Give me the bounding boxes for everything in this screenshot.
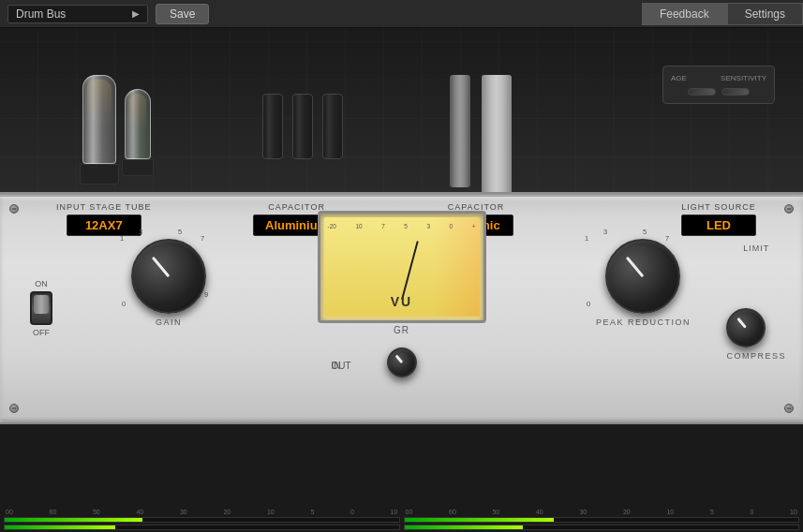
- rm-10: 10: [666, 509, 674, 515]
- pr-scale-3: 5: [643, 228, 647, 236]
- gain-scale-3: 5: [178, 228, 182, 236]
- lm-30: 30: [180, 509, 187, 515]
- vu-red-zone: [433, 217, 480, 317]
- lm-0: 0: [350, 509, 354, 515]
- peak-reduction-section: 1 3 5 7 9 10 0 PEAK REDUCTION: [596, 239, 691, 327]
- vu-scale-3: 3: [426, 223, 430, 229]
- vu-needle: [401, 241, 419, 300]
- amp-body: AGE SENSITIVITY INPUT STAGE TUBE 12AX7 C…: [0, 28, 803, 532]
- cap-tall-1: [450, 75, 470, 187]
- gr-knob[interactable]: [387, 347, 417, 377]
- power-switch-section: ON OFF: [30, 279, 52, 337]
- right-meter-track-2: [404, 525, 800, 530]
- lm-20: 20: [223, 509, 230, 515]
- out-label: OUT: [332, 361, 351, 371]
- tube-base-1: [80, 164, 119, 185]
- light-source-display[interactable]: LED: [681, 214, 756, 236]
- vu-label: VU: [391, 294, 412, 309]
- vu-meter-face: -20 10 7 5 3 0 + VU: [324, 217, 480, 317]
- pr-scale-2: 3: [603, 228, 607, 236]
- power-switch[interactable]: [30, 291, 52, 325]
- input-stage-tube-display[interactable]: 12AX7: [67, 214, 141, 236]
- gain-scale-5: 9: [204, 290, 208, 299]
- vu-scale-10: 10: [355, 223, 362, 229]
- left-meter-fill-2: [5, 525, 115, 529]
- preset-arrow-icon: ▶: [132, 8, 140, 19]
- lm-10b: 10: [391, 509, 398, 515]
- sensitivity-label: SENSITIVITY: [721, 74, 766, 82]
- vu-scale-7: 7: [381, 223, 385, 229]
- lm-50: 50: [93, 509, 100, 515]
- screw-tr: [784, 204, 794, 214]
- left-meter-fill-1: [5, 518, 142, 522]
- top-bar: Drum Bus ▶ Save Feedback Settings: [0, 0, 803, 28]
- age-label: AGE: [671, 74, 687, 82]
- screw-br: [784, 404, 794, 413]
- screw-bl: [9, 404, 19, 413]
- gain-scale-4: 7: [201, 234, 204, 243]
- compress-knob-wrapper: COMPRESS: [726, 308, 786, 361]
- save-button[interactable]: Save: [156, 4, 209, 24]
- gain-section: 1 3 5 7 9 10 0 GAIN: [131, 239, 206, 327]
- gain-scale-1: 1: [120, 234, 124, 243]
- rm-10b: 10: [790, 509, 797, 515]
- left-meter-labels: 00 60 50 40 30 20 10 5 0 10: [4, 509, 400, 515]
- gain-scale-2: 3: [139, 228, 142, 236]
- limit-label: LIMIT: [743, 244, 769, 253]
- right-meter-track-1: [404, 517, 800, 523]
- rm-5: 5: [710, 509, 714, 515]
- lm-00: 00: [6, 509, 13, 515]
- pr-scale-7: 0: [587, 300, 590, 308]
- cap-group-2: [450, 75, 512, 195]
- right-meter-fill-1: [405, 518, 555, 522]
- silver-panel: INPUT STAGE TUBE 12AX7 CAPACITOR Alumini…: [0, 195, 803, 424]
- rm-0: 0: [750, 509, 753, 515]
- age-slider[interactable]: [688, 88, 716, 96]
- peak-reduction-label: PEAK REDUCTION: [596, 318, 691, 327]
- amp-top-visual: AGE SENSITIVITY: [0, 28, 803, 195]
- settings-button[interactable]: Settings: [727, 3, 803, 25]
- left-meter-bank: 00 60 50 40 30 20 10 5 0 10: [4, 509, 400, 530]
- off-label: OFF: [33, 328, 50, 337]
- vu-scale-5: 5: [404, 223, 408, 229]
- rm-40: 40: [536, 509, 543, 515]
- lm-40: 40: [136, 509, 143, 515]
- level-meters-container: 00 60 50 40 30 20 10 5 0 10: [0, 509, 803, 530]
- input-stage-tube-section: INPUT STAGE TUBE 12AX7: [56, 202, 152, 236]
- gr-knob-container: [387, 347, 417, 377]
- gain-knob[interactable]: [131, 239, 206, 314]
- vu-scale-20: -20: [328, 223, 336, 229]
- peak-reduction-knob[interactable]: [605, 239, 680, 314]
- tube-base-2: [122, 159, 154, 176]
- preset-selector[interactable]: Drum Bus ▶: [7, 5, 148, 23]
- light-source-section: LIGHT SOURCE LED: [681, 202, 756, 236]
- tube-2: [122, 89, 154, 176]
- screw-tl: [9, 204, 19, 214]
- age-sensitivity-box: AGE SENSITIVITY: [662, 66, 775, 104]
- gr-label-container: GR: [318, 325, 486, 335]
- lm-5: 5: [310, 509, 314, 515]
- rm-60: 60: [449, 509, 456, 515]
- cap-cylinder-3: [322, 94, 343, 159]
- cap-cylinder-2: [292, 94, 313, 159]
- rm-00: 00: [406, 509, 413, 515]
- vu-meter: -20 10 7 5 3 0 + VU: [318, 211, 486, 323]
- cap-group-1: [262, 94, 343, 159]
- compress-label: COMPRESS: [726, 351, 786, 361]
- gain-scale-7: 0: [122, 300, 126, 308]
- compress-knob[interactable]: [726, 308, 766, 347]
- pr-scale-1: 1: [585, 234, 588, 243]
- rm-20: 20: [623, 509, 631, 515]
- cap-cylinder-1: [262, 94, 283, 159]
- preset-name-label: Drum Bus: [16, 7, 66, 21]
- age-sens-labels: AGE SENSITIVITY: [671, 74, 766, 82]
- sensitivity-slider[interactable]: [721, 88, 750, 96]
- feedback-button[interactable]: Feedback: [642, 3, 727, 25]
- gain-label: GAIN: [156, 318, 182, 327]
- switch-lever: [34, 295, 49, 314]
- tube-glass-2: [125, 89, 151, 159]
- bottom-section: BIAS ATTACK RELEASE 1 RELEASE 2 MIX: [0, 424, 803, 532]
- light-source-label: LIGHT SOURCE: [681, 202, 755, 212]
- tube-1: [80, 75, 119, 185]
- gr-label: GR: [394, 325, 409, 335]
